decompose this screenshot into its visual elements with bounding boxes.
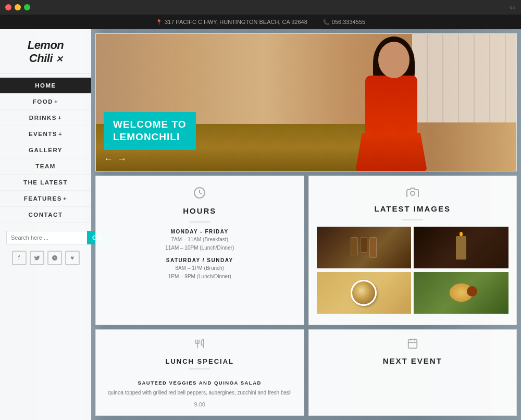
hours-icon xyxy=(193,187,206,202)
hero-slider[interactable]: WELCOME TO LEMONCHILI ← → xyxy=(95,33,517,171)
hours-block-weekend: SATURDAY / SUNDAY 8AM – 1PM (Brunch) 1PM… xyxy=(166,257,233,281)
nav-link-drinks[interactable]: DRINKS xyxy=(0,110,91,126)
weekday-lunch: 11AM – 10PM (Lunch/Dinner) xyxy=(165,244,234,252)
logo-line2: Chili xyxy=(29,52,53,65)
fork-spoon-icon xyxy=(194,338,205,353)
next-event-panel: NEXT EVENT xyxy=(308,329,517,416)
weekday-breakfast: 7AM – 11AM (Breakfast) xyxy=(165,236,234,244)
hero-navigation: ← → xyxy=(104,154,127,165)
nav-item-team[interactable]: TEAM xyxy=(0,158,91,175)
maximize-button[interactable] xyxy=(24,4,30,10)
hours-divider xyxy=(189,221,210,223)
social-icons: f ♥ xyxy=(0,244,91,265)
lower-panels: LUNCH SPECIAL SAUTEED VEGGIES AND QUINOA… xyxy=(95,329,517,416)
hero-title-line2: LEMONCHILI xyxy=(113,131,187,144)
address-bar: 📍 317 PACIFC C HWY, HUNTINGTON BEACH, CA… xyxy=(0,15,521,29)
calendar-icon xyxy=(407,338,418,352)
logo-area: Lemon Chili ✕ xyxy=(0,29,91,73)
nav-link-events[interactable]: EVENTS xyxy=(0,126,91,142)
window-chrome: ⇔ xyxy=(0,0,521,15)
latest-images-panel: LATEST IMAGES xyxy=(308,176,517,325)
nav-item-food[interactable]: FOOD xyxy=(0,94,91,110)
logo-icon: ✕ xyxy=(56,55,63,64)
search-area: GO xyxy=(6,231,85,244)
nav-item-features[interactable]: FEATURES xyxy=(0,191,91,207)
nav-link-latest[interactable]: THE LATEST xyxy=(0,175,91,191)
nav-item-events[interactable]: EVENTS xyxy=(0,126,91,142)
window-expand-icon: ⇔ xyxy=(510,3,516,11)
minimize-button[interactable] xyxy=(15,4,21,10)
image-cell-1[interactable] xyxy=(317,227,412,268)
lunch-divider xyxy=(189,368,210,369)
images-divider xyxy=(402,219,423,220)
facebook-icon[interactable]: f xyxy=(12,251,27,265)
nav-item-contact[interactable]: CONTACT xyxy=(0,207,91,223)
nav-item-drinks[interactable]: DRINKS xyxy=(0,110,91,126)
logo-text: Lemon Chili ✕ xyxy=(10,39,81,65)
image-cell-2[interactable] xyxy=(414,227,508,268)
camera-icon xyxy=(406,187,419,200)
lunch-item: SAUTEED VEGGIES AND QUINOA SALAD xyxy=(138,380,262,386)
panels-row: HOURS MONDAY - FRIDAY 7AM – 11AM (Breakf… xyxy=(95,176,517,325)
favorite-icon[interactable]: ♥ xyxy=(65,251,80,265)
nav-link-food[interactable]: FOOD xyxy=(0,94,91,110)
weekend-label: SATURDAY / SUNDAY xyxy=(166,257,233,263)
weekend-brunch: 8AM – 1PM (Brunch) xyxy=(166,264,233,273)
woman-figure xyxy=(350,34,443,171)
yelp-icon[interactable] xyxy=(47,251,62,265)
nav-item-gallery[interactable]: GALLERY xyxy=(0,142,91,158)
main-content: WELCOME TO LEMONCHILI ← → HOURS xyxy=(91,29,521,420)
hero-overlay: WELCOME TO LEMONCHILI xyxy=(104,112,196,150)
image-cell-4[interactable] xyxy=(414,272,508,314)
address-item: 📍 317 PACIFC C HWY, HUNTINGTON BEACH, CA… xyxy=(156,19,307,25)
nav-link-features[interactable]: FEATURES xyxy=(0,191,91,207)
weekend-lunch: 1PM – 9PM (Lunch/Dinner) xyxy=(166,273,233,281)
lunch-title: LUNCH SPECIAL xyxy=(166,357,234,365)
phone-item: 📞 056.3334555 xyxy=(323,19,365,25)
latest-images-title: LATEST IMAGES xyxy=(374,204,451,213)
lunch-panel: LUNCH SPECIAL SAUTEED VEGGIES AND QUINOA… xyxy=(95,329,304,416)
nav-item-home[interactable]: HOME xyxy=(0,78,91,94)
address-text: 317 PACIFC C HWY, HUNTINGTON BEACH, CA 9… xyxy=(165,19,307,25)
next-event-title: NEXT EVENT xyxy=(383,356,442,365)
nav-menu: HOME FOOD DRINKS EVENTS GALLERY TEAM THE… xyxy=(0,78,91,223)
weekday-label: MONDAY - FRIDAY xyxy=(165,229,234,234)
lunch-description: quinoa topped with grilled red bell pepp… xyxy=(108,389,291,397)
app-container: Lemon Chili ✕ HOME FOOD DRINKS EVENTS GA… xyxy=(0,29,521,420)
location-icon: 📍 xyxy=(156,19,162,25)
hero-title-line1: WELCOME TO xyxy=(113,118,187,131)
image-grid xyxy=(317,227,509,314)
hours-block-weekday: MONDAY - FRIDAY 7AM – 11AM (Breakfast) 1… xyxy=(165,229,234,252)
hero-prev-button[interactable]: ← xyxy=(104,154,113,165)
phone-text: 056.3334555 xyxy=(332,19,365,25)
lunch-price: 9.00 xyxy=(194,401,205,407)
image-cell-3[interactable] xyxy=(317,272,412,314)
svg-point-2 xyxy=(411,191,415,195)
phone-icon: 📞 xyxy=(323,19,329,25)
nav-link-contact[interactable]: CONTACT xyxy=(0,207,91,223)
hours-title: HOURS xyxy=(183,206,216,215)
price-value: 9.00 xyxy=(194,401,205,407)
svg-rect-3 xyxy=(408,340,417,349)
twitter-icon[interactable] xyxy=(30,251,44,265)
hero-next-button[interactable]: → xyxy=(117,154,127,165)
nav-link-team[interactable]: TEAM xyxy=(0,158,91,175)
hours-panel: HOURS MONDAY - FRIDAY 7AM – 11AM (Breakf… xyxy=(95,176,304,325)
nav-item-latest[interactable]: THE LATEST xyxy=(0,175,91,191)
traffic-lights xyxy=(5,4,30,10)
logo-line1: Lemon xyxy=(28,39,64,52)
hero-image xyxy=(96,34,516,171)
sidebar: Lemon Chili ✕ HOME FOOD DRINKS EVENTS GA… xyxy=(0,29,91,420)
nav-link-home[interactable]: HOME xyxy=(0,78,91,94)
search-input[interactable] xyxy=(6,231,87,244)
close-button[interactable] xyxy=(5,4,11,10)
nav-link-gallery[interactable]: GALLERY xyxy=(0,142,91,158)
